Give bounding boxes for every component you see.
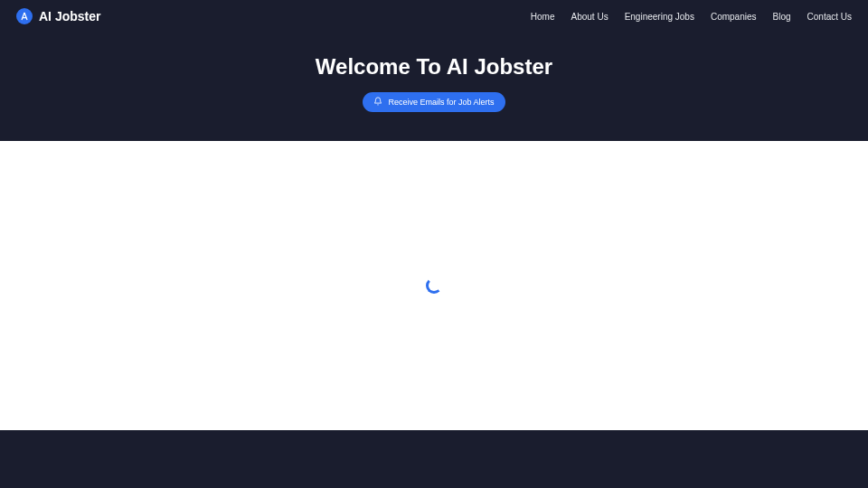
nav-links: Home About Us Engineering Jobs Companies… — [531, 12, 852, 22]
hero-section: Welcome To AI Jobster Receive Emails for… — [0, 33, 868, 141]
nav-link-about[interactable]: About Us — [571, 12, 609, 22]
brand-name: AI Jobster — [39, 9, 100, 23]
nav-link-contact[interactable]: Contact Us — [807, 12, 852, 22]
nav-link-companies[interactable]: Companies — [711, 12, 757, 22]
bell-icon — [373, 97, 382, 108]
job-alerts-button[interactable]: Receive Emails for Job Alerts — [363, 92, 505, 112]
header: AI Jobster Home About Us Engineering Job… — [0, 0, 868, 141]
loading-spinner-icon — [426, 277, 442, 294]
brand[interactable]: AI Jobster — [16, 8, 100, 24]
nav-link-home[interactable]: Home — [531, 12, 555, 22]
nav-bar: AI Jobster Home About Us Engineering Job… — [0, 0, 868, 33]
hero-title: Welcome To AI Jobster — [0, 54, 868, 80]
nav-link-blog[interactable]: Blog — [773, 12, 791, 22]
footer — [0, 430, 868, 488]
nav-link-engineering-jobs[interactable]: Engineering Jobs — [625, 12, 694, 22]
brand-logo-icon — [16, 8, 33, 24]
main-content — [0, 141, 868, 430]
job-alerts-button-label: Receive Emails for Job Alerts — [388, 98, 494, 107]
